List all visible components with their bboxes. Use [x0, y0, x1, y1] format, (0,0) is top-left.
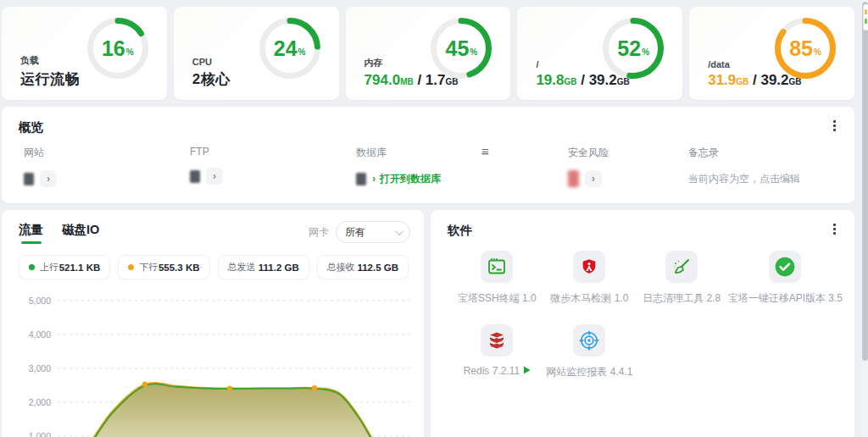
software-title: 软件 — [448, 223, 472, 239]
censored-value — [568, 170, 579, 187]
stat-pill-value: 112.5 GB — [357, 263, 398, 273]
svg-text:1,000: 1,000 — [29, 431, 51, 437]
scrollbar-track — [861, 0, 868, 437]
gauge-ring: 24% — [259, 18, 320, 79]
overview-item-label: 数据库 — [356, 146, 568, 160]
overview-card: 概览 网站 › FTP › 数据库 ›打开到数据库 安全风险 › 备忘录 当前内… — [2, 107, 854, 203]
stat-pill-value: 555.3 KB — [159, 263, 200, 273]
traffic-tabs: 流量磁盘IO — [19, 222, 99, 244]
overview-link[interactable]: ›打开到数据库 — [372, 172, 441, 186]
stat-card-4[interactable]: /data31.9GB / 39.2GB 85% — [689, 7, 854, 100]
stat-pill-label: 下行 — [139, 261, 158, 274]
software-item-4[interactable]: Redis 7.2.11 — [451, 324, 543, 379]
stat-pill-label: 总接收 — [327, 261, 355, 274]
memo-note[interactable]: 当前内容为空，点击编辑 — [688, 172, 800, 186]
nic-label: 网卡 — [309, 225, 329, 240]
gauge-percent: 24% — [259, 18, 320, 79]
traffic-stat-pill: 总接收 112.5 GB — [317, 255, 409, 279]
target-icon — [573, 324, 605, 357]
software-item-3[interactable]: 宝塔一键迁移API版本 3.5 — [728, 251, 843, 306]
stat-card-value: 运行流畅 — [20, 69, 80, 89]
overview-item-0: 网站 › — [24, 146, 190, 188]
censored-value — [24, 173, 34, 185]
gauge-ring: 85% — [775, 18, 836, 79]
software-card: 软件 宝塔SSH终端 1.0 微步木马检测 1.0 日志清理工具 2.8 宝塔一… — [431, 210, 854, 437]
gauge-ring: 45% — [431, 18, 492, 79]
gauge-percent: 16% — [87, 18, 148, 79]
svg-text:4,000: 4,000 — [29, 329, 51, 340]
traffic-stat-pill: 下行 555.3 KB — [118, 255, 209, 279]
stat-pill-value: 111.2 GB — [259, 263, 299, 273]
traffic-chart: 5,0004,0003,0002,0001,000 — [7, 291, 419, 437]
overview-item-3: 安全风险 › — [568, 146, 688, 188]
nic-select-value: 所有 — [345, 225, 365, 240]
svg-text:3,000: 3,000 — [29, 363, 51, 373]
software-item-label: 微步木马检测 1.0 — [550, 291, 628, 306]
scrollbar-thumb[interactable] — [862, 2, 868, 361]
svg-text:2,000: 2,000 — [29, 397, 51, 407]
stat-pill-value: 521.1 KB — [59, 263, 101, 273]
edge-widget-cutoff[interactable] — [863, 4, 868, 30]
shield-icon — [573, 251, 605, 283]
software-grid: 宝塔SSH终端 1.0 微步木马检测 1.0 日志清理工具 2.8 宝塔一键迁移… — [451, 251, 843, 379]
nic-select[interactable]: 所有 — [336, 221, 410, 243]
stat-pill-label: 上行 — [40, 261, 58, 274]
software-item-label: Redis 7.2.11 — [464, 365, 531, 377]
stat-card-value: 2核心 — [192, 69, 231, 89]
series-dot-icon — [29, 264, 35, 270]
overview-title: 概览 — [19, 119, 43, 136]
traffic-card: 流量磁盘IO 网卡 所有 上行 521.1 KB 下行 555.3 KB 总发送… — [2, 210, 424, 437]
software-item-0[interactable]: 宝塔SSH终端 1.0 — [451, 251, 543, 306]
tab-traffic[interactable]: 流量 — [19, 222, 43, 244]
svg-text:5,000: 5,000 — [29, 296, 51, 306]
chevron-right-icon[interactable]: › — [40, 170, 57, 187]
overview-item-label: FTP — [190, 146, 356, 158]
gauge-ring: 52% — [603, 18, 664, 79]
overview-items: 网站 › FTP › 数据库 ›打开到数据库 安全风险 › 备忘录 当前内容为空… — [24, 146, 837, 188]
stat-pill-label: 总发送 — [228, 261, 256, 274]
play-icon — [523, 365, 531, 377]
kebab-menu-icon[interactable] — [827, 221, 841, 236]
overview-item-label: 网站 — [24, 146, 190, 160]
software-item-label: 宝塔一键迁移API版本 3.5 — [728, 291, 843, 306]
stat-card-label: 负载 — [20, 54, 80, 67]
drag-handle-icon[interactable]: ≡ — [481, 144, 489, 158]
overview-item-label: 安全风险 — [568, 146, 688, 160]
redis-icon — [481, 324, 513, 357]
stat-card-1[interactable]: CPU2核心 24% — [174, 7, 339, 100]
gauge-percent: 45% — [431, 18, 492, 79]
software-item-1[interactable]: 微步木马检测 1.0 — [543, 251, 636, 306]
tab-disk-io[interactable]: 磁盘IO — [62, 222, 99, 244]
chevron-down-icon — [395, 227, 403, 235]
censored-value — [356, 173, 366, 185]
software-item-label: 宝塔SSH终端 1.0 — [458, 291, 537, 306]
stat-card-label: CPU — [192, 57, 231, 67]
dashboard-page: 负载运行流畅 16% CPU2核心 24% 内存794.0MB / 1.7GB — [0, 0, 868, 437]
chevron-right-icon[interactable]: › — [585, 170, 602, 187]
overview-item-label: 备忘录 — [688, 146, 837, 160]
software-item-label: 日志清理工具 2.8 — [643, 291, 721, 306]
gauge-percent: 52% — [603, 18, 664, 79]
stat-card-2[interactable]: 内存794.0MB / 1.7GB 45% — [346, 7, 511, 100]
traffic-stat-pill: 总发送 111.2 GB — [218, 255, 309, 279]
traffic-stat-pill: 上行 521.1 KB — [19, 255, 110, 279]
censored-value — [190, 170, 200, 183]
chevron-right-icon: › — [372, 173, 376, 185]
stat-card-0[interactable]: 负载运行流畅 16% — [2, 7, 167, 100]
software-item-label: 网站监控报表 4.4.1 — [546, 365, 632, 379]
series-dot-icon — [128, 264, 134, 270]
overview-item-4: 备忘录 当前内容为空，点击编辑 — [688, 146, 837, 188]
overview-item-2: 数据库 ›打开到数据库 — [356, 146, 568, 188]
software-item-2[interactable]: 日志清理工具 2.8 — [636, 251, 728, 306]
terminal-icon — [481, 251, 513, 283]
broom-icon — [665, 251, 698, 283]
stat-card-3[interactable]: /19.8GB / 39.2GB 52% — [517, 7, 682, 100]
traffic-stat-pills: 上行 521.1 KB 下行 555.3 KB 总发送 111.2 GB 总接收… — [19, 255, 409, 279]
gauge-ring: 16% — [87, 18, 148, 79]
chevron-right-icon[interactable]: › — [206, 168, 223, 185]
overview-item-1: FTP › — [190, 146, 356, 188]
nic-filter: 网卡 所有 — [309, 221, 410, 243]
software-item-5[interactable]: 网站监控报表 4.4.1 — [543, 324, 636, 379]
check-circle-icon — [769, 251, 801, 283]
kebab-menu-icon[interactable] — [827, 118, 841, 133]
